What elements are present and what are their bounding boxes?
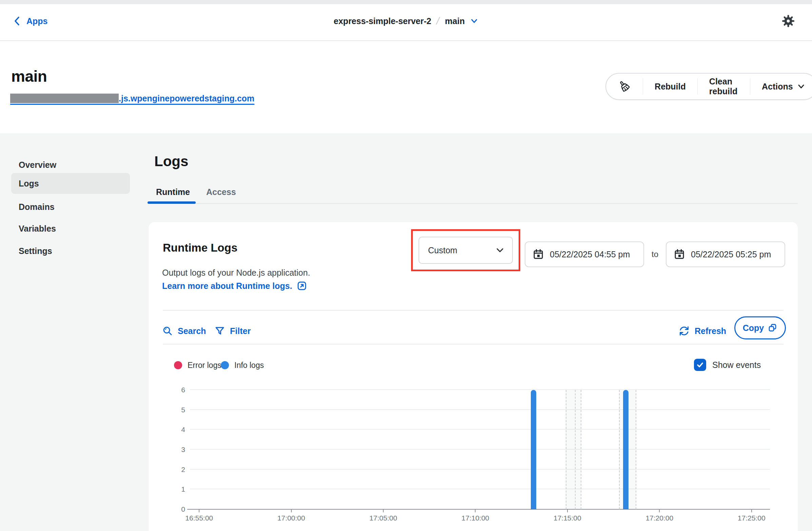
runtime-logs-chart [190, 390, 770, 509]
chart-x-axis-tick-labels: 16:55:0017:00:0017:05:0017:10:0017:15:00… [190, 509, 770, 526]
section-title: Logs [154, 153, 188, 169]
copy-button[interactable]: Copy [734, 316, 786, 339]
filter-button[interactable]: Filter [214, 323, 251, 339]
x-axis-tick-label: 16:55:00 [172, 514, 226, 522]
actions-label: Actions [762, 82, 793, 91]
event-band [566, 390, 580, 509]
calendar-icon [533, 249, 544, 260]
time-range-dropdown[interactable]: Custom [419, 237, 513, 264]
time-range-value: Custom [428, 246, 457, 255]
clean-cache-button[interactable] [606, 74, 643, 99]
breadcrumb: express-simple-server-2 / main [0, 14, 812, 29]
chevron-down-icon [797, 83, 805, 90]
y-axis-tick-label: 3 [181, 445, 185, 454]
gear-icon [782, 14, 795, 28]
filter-icon [214, 325, 225, 336]
log-count-bar [623, 390, 628, 509]
panel-divider [163, 310, 783, 311]
clean-rebuild-label: Clean rebuild [709, 77, 738, 96]
copy-label: Copy [743, 323, 764, 333]
broom-icon [618, 80, 631, 93]
chart-gridline [190, 469, 770, 470]
show-events-toggle[interactable]: Show events [694, 359, 761, 371]
y-axis-tick-label: 1 [181, 485, 185, 493]
y-axis-tick-label: 0 [181, 505, 185, 513]
show-events-checkbox[interactable] [694, 359, 706, 371]
search-label: Search [178, 326, 206, 336]
show-events-label: Show events [712, 360, 761, 370]
sidebar-item-settings[interactable]: Settings [11, 241, 130, 261]
chart-gridline [190, 489, 770, 489]
x-axis-tick-label: 17:00:00 [264, 514, 319, 522]
refresh-button[interactable]: Refresh [678, 323, 726, 339]
tab-runtime[interactable]: Runtime [156, 187, 190, 197]
breadcrumb-app-name: express-simple-server-2 [334, 16, 432, 26]
page-title: main [11, 67, 47, 86]
error-logs-dot [174, 361, 182, 369]
environment-url-link[interactable]: .js.wpenginepoweredstaging.com [10, 93, 255, 105]
search-button[interactable]: Search [162, 323, 206, 339]
sidebar-item-variables[interactable]: Variables [11, 219, 130, 238]
tab-access[interactable]: Access [206, 187, 236, 197]
environment-actions-toolbar: Rebuild Clean rebuild Actions [606, 73, 812, 100]
chevron-down-icon[interactable] [470, 17, 478, 25]
date-to-field[interactable]: 05/22/2025 05:25 pm [666, 241, 785, 267]
environment-url-text: .js.wpenginepoweredstaging.com [119, 93, 255, 103]
header-divider [0, 40, 812, 41]
window-top-strip [0, 0, 812, 4]
actions-menu-button[interactable]: Actions [750, 74, 812, 99]
date-from-value: 05/22/2025 04:55 pm [550, 250, 630, 260]
event-dashed-line [619, 390, 620, 509]
log-count-bar [531, 390, 536, 509]
x-axis-tick-label: 17:15:00 [540, 514, 595, 522]
date-from-field[interactable]: 05/22/2025 04:55 pm [525, 241, 644, 267]
y-axis-tick-label: 5 [181, 406, 185, 414]
date-range-to-label: to [644, 241, 666, 267]
y-axis-tick-label: 4 [181, 426, 185, 434]
chevron-down-icon [495, 246, 505, 255]
learn-more-link[interactable]: Learn more about Runtime logs. [162, 281, 307, 291]
chart-y-axis-labels: 0123456 [159, 390, 185, 509]
event-dashed-line [566, 390, 566, 509]
external-link-icon [297, 281, 307, 291]
search-icon [162, 325, 173, 336]
learn-more-label: Learn more about Runtime logs. [162, 281, 292, 291]
rebuild-label: Rebuild [655, 82, 686, 91]
filter-label: Filter [230, 326, 251, 336]
calendar-icon [674, 249, 685, 260]
event-dashed-line [575, 390, 576, 509]
date-to-value: 05/22/2025 05:25 pm [691, 250, 771, 260]
x-axis-tick-label: 17:25:00 [725, 514, 779, 522]
chart-gridline [190, 389, 770, 390]
tabs-divider [147, 203, 798, 204]
legend-item-error-logs: Error logs [174, 360, 221, 370]
panel-title: Runtime Logs [163, 241, 237, 254]
error-logs-label: Error logs [188, 361, 221, 370]
x-axis-tick-label: 17:05:00 [356, 514, 410, 522]
chart-gridline [190, 449, 770, 449]
legend-item-info-logs: Info logs [221, 360, 264, 370]
panel-description: Output logs of your Node.js application. [162, 268, 310, 278]
panel-divider [163, 344, 783, 344]
sidebar-item-overview[interactable]: Overview [11, 155, 130, 174]
clean-rebuild-button[interactable]: Clean rebuild [698, 74, 750, 99]
breadcrumb-separator: / [435, 15, 441, 27]
event-dashed-line [581, 390, 581, 509]
sidebar-item-domains[interactable]: Domains [11, 197, 130, 216]
breadcrumb-environment[interactable]: main [445, 16, 465, 26]
active-tab-underline [147, 202, 196, 204]
event-dashed-line [636, 390, 636, 509]
refresh-icon [678, 325, 690, 337]
rebuild-button[interactable]: Rebuild [643, 74, 697, 99]
y-axis-tick-label: 2 [181, 466, 185, 474]
info-logs-label: Info logs [234, 361, 264, 370]
x-axis-tick-label: 17:10:00 [448, 514, 502, 522]
copy-icon [768, 323, 778, 333]
sidebar-item-logs[interactable]: Logs [11, 173, 130, 194]
info-logs-dot [221, 361, 229, 369]
settings-gear-button[interactable] [780, 12, 797, 30]
refresh-label: Refresh [695, 326, 726, 336]
x-axis-tick-label: 17:20:00 [632, 514, 686, 522]
chart-gridline [190, 409, 770, 410]
y-axis-tick-label: 6 [181, 386, 185, 394]
